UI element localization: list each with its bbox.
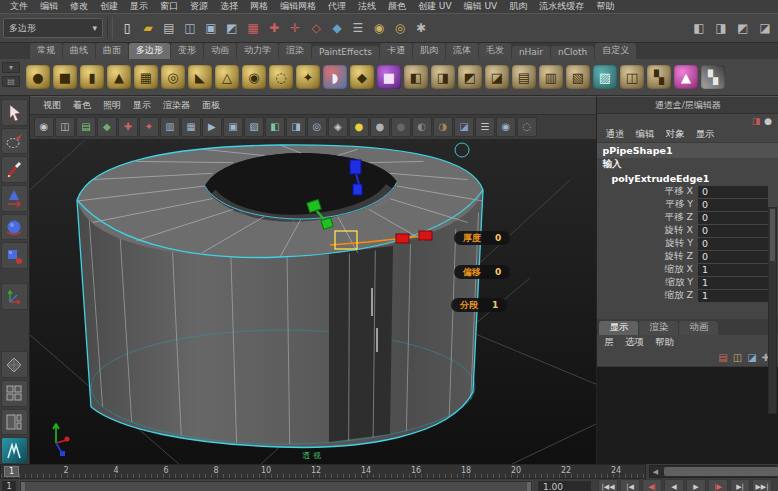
- textured-icon[interactable]: ◑: [433, 117, 453, 137]
- attribute-value[interactable]: 0: [698, 251, 768, 263]
- triangulate-icon[interactable]: ▧: [566, 65, 590, 89]
- poly-pyramid-icon[interactable]: △: [215, 65, 239, 89]
- shelf-tab[interactable]: 肌肉: [413, 43, 445, 59]
- open-scene-icon[interactable]: ▰: [138, 18, 158, 38]
- range-slider[interactable]: [19, 480, 533, 491]
- spot-light-icon[interactable]: ▲: [674, 65, 698, 89]
- attribute-value[interactable]: 0: [698, 238, 768, 250]
- playback-button[interactable]: ◀|: [642, 479, 662, 491]
- menu-item[interactable]: 创建: [94, 0, 124, 13]
- channel-box-menu-item[interactable]: 对象: [665, 128, 684, 141]
- range-start-field[interactable]: 1: [2, 481, 16, 491]
- maya-logo-button[interactable]: [1, 437, 28, 464]
- menu-item[interactable]: 肌肉: [503, 0, 533, 13]
- viewport-scene[interactable]: 厚度 0 偏移 0 分段 1 透视: [30, 140, 597, 464]
- attribute-value[interactable]: 1: [698, 290, 768, 302]
- viewport-menu-item[interactable]: 面板: [197, 99, 225, 112]
- select-tool-button[interactable]: [1, 99, 28, 126]
- safe-action-icon[interactable]: ◎: [307, 117, 327, 137]
- gamma-icon[interactable]: ◌: [517, 117, 537, 137]
- shelf-tab[interactable]: 流体: [446, 43, 478, 59]
- combine-icon[interactable]: ◧: [404, 65, 428, 89]
- menu-item[interactable]: 资源: [184, 0, 214, 13]
- save-scene-icon[interactable]: ▤: [159, 18, 179, 38]
- layer-new-selected-icon[interactable]: ◪: [747, 352, 756, 363]
- render-settings-icon[interactable]: ✱: [411, 18, 431, 38]
- channel-attribute-row[interactable]: 旋转 Y 0: [597, 237, 778, 250]
- history-node-row[interactable]: polyExtrudeEdge1: [597, 171, 778, 185]
- isolate-select-icon[interactable]: ☰: [475, 117, 495, 137]
- select-camera-icon[interactable]: ◉: [34, 117, 54, 137]
- menu-item[interactable]: 网格: [244, 0, 274, 13]
- attribute-value[interactable]: 1: [698, 277, 768, 289]
- shelf-tab[interactable]: PaintEffects: [312, 46, 379, 59]
- extract-icon[interactable]: ◩: [458, 65, 482, 89]
- attribute-value[interactable]: 0: [698, 186, 768, 198]
- make-live-icon[interactable]: ◆: [327, 18, 347, 38]
- layer-editor-menu-item[interactable]: 选项: [625, 336, 644, 349]
- hud-value[interactable]: 0: [495, 233, 501, 243]
- poly-cone-icon[interactable]: ▲: [107, 65, 131, 89]
- layer-editor-tab[interactable]: 显示: [599, 321, 638, 335]
- channel-attribute-row[interactable]: 平移 Y 0: [597, 198, 778, 211]
- snap-grid-icon[interactable]: ▦: [243, 18, 263, 38]
- range-slider-thumb[interactable]: [21, 482, 531, 491]
- lasso-tool-button[interactable]: [1, 128, 28, 155]
- multi-pane-icon[interactable]: ▦: [181, 117, 201, 137]
- snap-plane-icon[interactable]: ◇: [306, 18, 326, 38]
- attribute-value[interactable]: 0: [698, 225, 768, 237]
- menu-item[interactable]: 文件: [4, 0, 34, 13]
- channel-attribute-row[interactable]: 缩放 X 1: [597, 263, 778, 276]
- menu-item[interactable]: 窗口: [154, 0, 184, 13]
- playback-button[interactable]: ◀: [664, 479, 684, 491]
- checker-map-icon[interactable]: ▚: [701, 65, 725, 89]
- playback-button[interactable]: |◀: [620, 479, 640, 491]
- layer-editor-menu-item[interactable]: 层: [604, 336, 614, 349]
- shelf-tab[interactable]: 多边形: [129, 43, 170, 59]
- hud-pill[interactable]: 分段 1: [451, 298, 507, 312]
- playblast-icon[interactable]: ▶: [202, 117, 222, 137]
- menu-item[interactable]: 编辑: [34, 0, 64, 13]
- ipr-render-icon[interactable]: ◎: [390, 18, 410, 38]
- exposure-icon[interactable]: ◉: [496, 117, 516, 137]
- no-lights-icon[interactable]: ●: [391, 117, 411, 137]
- layer-editor-menu-item[interactable]: 帮助: [655, 336, 674, 349]
- boolean-icon[interactable]: ◪: [485, 65, 509, 89]
- poly-torus-icon[interactable]: ◎: [161, 65, 185, 89]
- channel-attribute-row[interactable]: 旋转 X 0: [597, 224, 778, 237]
- time-slider[interactable]: 1 24681012141618202224: [0, 464, 646, 479]
- smooth-icon[interactable]: ▤: [512, 65, 536, 89]
- sidebar-toggle-layer-icon[interactable]: ◪: [755, 18, 775, 38]
- bookmark-icon[interactable]: ◆: [97, 117, 117, 137]
- poly-plane-icon[interactable]: ▦: [134, 65, 158, 89]
- menu-item[interactable]: 流水线缓存: [533, 0, 590, 13]
- shelf-tab[interactable]: 毛发: [479, 43, 511, 59]
- playback-button[interactable]: ▶|: [730, 479, 750, 491]
- wireframe-icon[interactable]: ◈: [328, 117, 348, 137]
- default-light-icon[interactable]: ●: [349, 117, 369, 137]
- shelf-tab[interactable]: 自定义: [595, 43, 636, 59]
- current-frame-marker[interactable]: 1: [4, 466, 19, 477]
- channel-attribute-row[interactable]: 平移 X 0: [597, 185, 778, 198]
- channel-attribute-row[interactable]: 缩放 Z 1: [597, 289, 778, 302]
- select-object-icon[interactable]: ▣: [201, 18, 221, 38]
- shelf-tab[interactable]: 变形: [171, 43, 203, 59]
- menu-item[interactable]: 创建 UV: [412, 0, 458, 13]
- viewport-menu-item[interactable]: 着色: [68, 99, 96, 112]
- viewport-menu-item[interactable]: 视图: [38, 99, 66, 112]
- attribute-value[interactable]: 1: [698, 264, 768, 276]
- average-vertex-icon[interactable]: ▥: [539, 65, 563, 89]
- z-axis-handle2[interactable]: [419, 231, 432, 240]
- attribute-value[interactable]: 0: [698, 212, 768, 224]
- poly-pipe-icon[interactable]: ◉: [242, 65, 266, 89]
- viewport-menu-item[interactable]: 渲染器: [158, 99, 195, 112]
- menu-item[interactable]: 编辑网格: [274, 0, 322, 13]
- viewport-menu-item[interactable]: 照明: [98, 99, 126, 112]
- channel-box-scrollbar[interactable]: [768, 207, 777, 414]
- image-plane-icon[interactable]: ✚: [118, 117, 138, 137]
- resolution-gate-icon[interactable]: ▧: [244, 117, 264, 137]
- scroll-left-icon[interactable]: ◀: [650, 468, 661, 476]
- subdiv-cube-icon[interactable]: ■: [377, 65, 401, 89]
- platonic-icon[interactable]: ◆: [350, 65, 374, 89]
- playback-button[interactable]: |▶: [708, 479, 728, 491]
